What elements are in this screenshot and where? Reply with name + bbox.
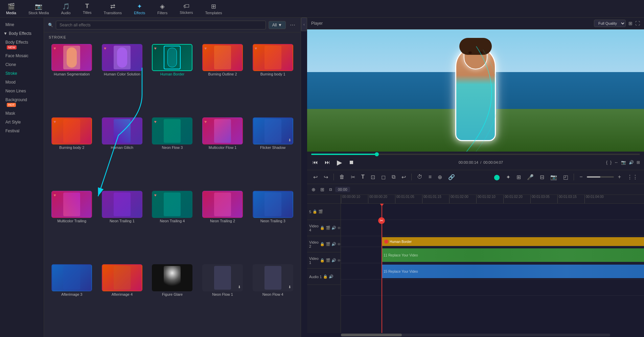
nav-stickers[interactable]: 🏷 Stickers [174, 0, 199, 17]
cut-button[interactable]: ✂ [349, 173, 357, 182]
multi-select-button[interactable]: ⧉ [390, 173, 397, 181]
sidebar-face-mosaic[interactable]: Face Mosaic [0, 51, 44, 60]
play-button[interactable]: ▶ [336, 157, 343, 168]
sidebar-clone[interactable]: Clone [0, 60, 44, 69]
add-button[interactable]: ⊕ [436, 173, 444, 182]
video-clip-1[interactable]: 15 Replace Your Video [382, 265, 644, 278]
screenshot-button[interactable]: 📷 [548, 173, 559, 182]
delete-button[interactable]: 🗑 [337, 173, 347, 181]
undo-button[interactable]: ↩ [311, 173, 320, 182]
speed-button[interactable]: ⏱ [415, 173, 424, 181]
effect-burning-outline-2[interactable]: ♥ Burning Outline 2 [199, 43, 247, 114]
more-options-button[interactable]: ⋯ [289, 20, 297, 29]
sidebar-art-style[interactable]: Art Style [0, 118, 44, 127]
track-v2-cam[interactable]: 🎬 [326, 242, 330, 246]
text-button[interactable]: T [359, 173, 367, 181]
effect-human-segmentation[interactable]: ♥ Human Segmentation [48, 43, 96, 114]
effect-neon-flow-1[interactable]: ⬇ Neon Flow 1 [199, 264, 247, 334]
pip-button[interactable]: ◰ [561, 173, 570, 182]
redo-button[interactable]: ↪ [322, 173, 330, 182]
track-v4-eye[interactable]: 👁 [337, 226, 341, 230]
zoom-slider[interactable] [587, 176, 614, 178]
track-v1-lock[interactable]: 🔒 [320, 258, 325, 263]
effect-multicolor-trailing[interactable]: ♥ Multicolor Trailing [48, 190, 96, 261]
sidebar-mine[interactable]: Mine [0, 20, 44, 29]
track-v2-lock[interactable]: 🔒 [320, 242, 325, 246]
track-v1-sound[interactable]: 🔊 [331, 258, 336, 263]
nav-audio[interactable]: 🎵 Audio [55, 0, 77, 17]
effect-neon-trailing-3[interactable]: Neon Trailing 3 [249, 190, 297, 261]
effect-figure-glare[interactable]: Figure Glare [148, 264, 196, 334]
mic-button[interactable]: 🎤 [525, 173, 536, 182]
track-v1-eye[interactable]: 👁 [337, 258, 341, 263]
effect-burning-body-1[interactable]: ♥ Burning body 1 [249, 43, 297, 114]
levels-button[interactable]: ⊟ [538, 173, 546, 182]
rewind-button[interactable]: ⏮ [311, 158, 319, 167]
timeline-scrollbar-handle[interactable] [341, 334, 402, 336]
effects-button[interactable]: ✦ [504, 173, 512, 182]
search-input[interactable] [56, 21, 266, 29]
track-a1-lock[interactable]: 🔒 [323, 274, 328, 279]
effect-human-color[interactable]: ♥ Human Color Solution [98, 43, 146, 114]
link-button[interactable]: 🔗 [446, 173, 457, 182]
progress-handle[interactable] [375, 152, 379, 156]
effect-flicker-shadow[interactable]: ⬇ Flicker Shadow [249, 117, 297, 187]
color-correct-button[interactable]: ⬤ [492, 173, 502, 182]
timeline-scrollbar[interactable] [341, 334, 610, 336]
nav-filters[interactable]: ◈ Filters [151, 0, 174, 17]
progress-bar[interactable] [311, 154, 640, 155]
track-settings-button[interactable]: ⊞ [319, 186, 326, 193]
track-v4-cam[interactable]: 🎬 [326, 226, 330, 230]
nav-stock-media[interactable]: 📷 Stock Media [22, 0, 55, 17]
track-5-lock[interactable]: 🔒 [313, 209, 317, 214]
track-v2-sound[interactable]: 🔊 [331, 242, 336, 246]
add-track-button[interactable]: ⊕ [310, 186, 317, 193]
effect-clip-human-border[interactable]: Human Border ♥ [382, 237, 644, 246]
zoom-in-button[interactable]: + [616, 173, 623, 181]
trim-icon[interactable]: ↔ [614, 160, 618, 165]
effect-burning-body-2[interactable]: ♥ Burning body 2 [48, 117, 96, 187]
nav-templates[interactable]: ⊞ Templates [199, 0, 228, 17]
nav-titles[interactable]: T Titles [77, 0, 98, 17]
rotate-button[interactable]: ↩ [399, 173, 408, 182]
mask-tool-button[interactable]: ◻ [379, 173, 388, 182]
cut-marker[interactable]: ✂ [378, 217, 385, 224]
effect-human-glitch[interactable]: Human Glitch [98, 117, 146, 187]
sidebar-body-effects[interactable]: Body Effects NEW [0, 38, 44, 51]
track-a1-sound[interactable]: 🔊 [329, 274, 334, 279]
panel-collapse-button[interactable]: ‹ [301, 18, 307, 31]
effect-multicolor-flow-1[interactable]: ♥ Multicolor Flow 1 [199, 117, 247, 187]
marker-button[interactable]: ⧈ [327, 185, 334, 193]
track-v1-cam[interactable]: 🎬 [326, 258, 330, 263]
more-tools-button[interactable]: ⋮⋮ [625, 173, 640, 182]
effect-afterimage-3[interactable]: Afterimage 3 [48, 264, 96, 334]
sidebar-group-video-effects[interactable]: ▼ Body Effects [0, 29, 44, 38]
track-v4-sound[interactable]: 🔊 [331, 226, 336, 230]
split-button[interactable]: ≡ [427, 173, 434, 181]
sidebar-background[interactable]: Background HOT [0, 95, 44, 109]
track-v2-eye[interactable]: 👁 [337, 242, 341, 246]
effect-human-border[interactable]: ♥ Human Border [148, 43, 196, 114]
track-5-cam[interactable]: 🎬 [318, 209, 323, 214]
volume-icon[interactable]: 🔊 [629, 160, 634, 165]
sidebar-neon-lines[interactable]: Neon Lines [0, 87, 44, 95]
filter-all-button[interactable]: All ▼ [269, 21, 286, 29]
nav-transitions[interactable]: ⇄ Transitions [98, 0, 128, 17]
video-clip-2[interactable]: 11 Replace Your Video [382, 248, 644, 262]
bracket-right-icon[interactable]: } [610, 160, 612, 165]
effect-neon-trailing-1[interactable]: Neon Trailing 1 [98, 190, 146, 261]
grid-icon[interactable]: ⊞ [637, 160, 640, 165]
nav-effects[interactable]: ✦ Effects [128, 0, 151, 17]
bracket-left-icon[interactable]: { [606, 160, 607, 165]
step-back-button[interactable]: ⏭ [323, 158, 331, 167]
zoom-out-button[interactable]: − [577, 173, 584, 181]
effect-afterimage-4[interactable]: Afterimage 4 [98, 264, 146, 334]
quality-selector[interactable]: Full Quality [594, 20, 626, 27]
sidebar-mood[interactable]: Mood [0, 78, 44, 87]
snapshot-icon[interactable]: 📷 [621, 160, 626, 165]
sidebar-festival[interactable]: Festival [0, 127, 44, 135]
stop-button[interactable]: ⏹ [347, 158, 355, 167]
nav-media[interactable]: 🎬 Media [0, 0, 22, 17]
effect-neon-trailing-4[interactable]: ♥ Neon Trailing 4 [148, 190, 196, 261]
sidebar-mask[interactable]: Mask [0, 109, 44, 118]
